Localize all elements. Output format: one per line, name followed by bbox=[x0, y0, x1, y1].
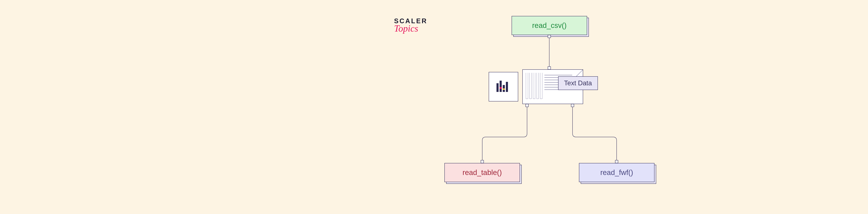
node-read-table: read_table() bbox=[444, 163, 520, 182]
svg-rect-10 bbox=[481, 160, 484, 163]
chart-card bbox=[489, 72, 518, 102]
page-fold-icon bbox=[576, 70, 583, 76]
svg-rect-5 bbox=[503, 88, 505, 90]
node-label: read_table() bbox=[444, 163, 520, 182]
doc-columns-icon bbox=[526, 73, 542, 99]
text-data-label: Text Data bbox=[558, 76, 598, 90]
svg-rect-1 bbox=[500, 81, 502, 92]
svg-rect-8 bbox=[526, 104, 528, 107]
svg-rect-3 bbox=[506, 82, 508, 92]
node-label: read_csv() bbox=[512, 16, 587, 35]
svg-rect-11 bbox=[615, 160, 618, 163]
connectors bbox=[0, 0, 868, 214]
node-read-csv: read_csv() bbox=[512, 16, 587, 35]
svg-rect-9 bbox=[571, 104, 574, 107]
node-label: read_fwf() bbox=[579, 163, 654, 182]
svg-rect-0 bbox=[496, 83, 499, 92]
text-data-tag: Text Data bbox=[558, 76, 598, 90]
bar-chart-icon bbox=[495, 78, 512, 95]
svg-rect-4 bbox=[500, 87, 502, 89]
node-read-fwf: read_fwf() bbox=[579, 163, 654, 182]
scaler-topics-logo: SCALER Topics bbox=[394, 17, 427, 34]
svg-rect-7 bbox=[548, 67, 551, 69]
